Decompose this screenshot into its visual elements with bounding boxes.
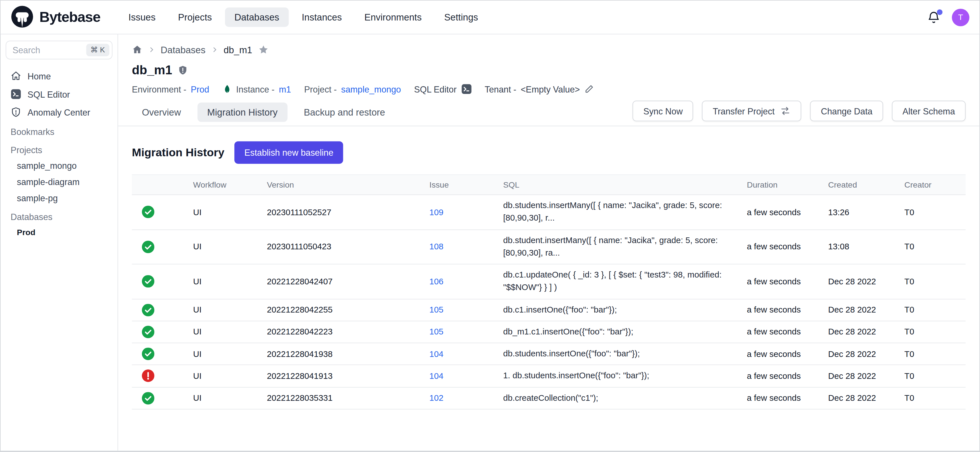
nav-item-settings[interactable]: Settings — [435, 7, 487, 27]
table-row[interactable]: UI20221228035331102db.createCollection("… — [132, 387, 966, 409]
sync-now-button[interactable]: Sync Now — [633, 101, 693, 121]
sidebar-item-prod[interactable]: Prod — [6, 225, 113, 240]
table-row[interactable]: UI20221228042407106db.c1.updateOne( { _i… — [132, 264, 966, 299]
sql-cell: db.student.insertMany([ { name: "Jacika"… — [497, 229, 741, 264]
nav-item-environments[interactable]: Environments — [355, 7, 431, 27]
tab-backup-and-restore[interactable]: Backup and restore — [294, 102, 395, 122]
sidebar: ⌘ K HomeSQL EditorAnomaly Center Bookmar… — [0, 34, 118, 451]
sidebar-item-sql-editor[interactable]: SQL Editor — [6, 85, 113, 103]
issue-link[interactable]: 105 — [430, 327, 444, 337]
star-icon[interactable] — [258, 45, 269, 55]
table-row[interactable]: UI202212280419131041. db.students.insert… — [132, 365, 966, 387]
notification-bell-icon[interactable] — [927, 10, 940, 24]
workflow-cell: UI — [187, 387, 261, 409]
issue-cell: 102 — [423, 387, 497, 409]
created-cell: Dec 28 2022 — [822, 343, 898, 365]
workflow-cell: UI — [187, 365, 261, 387]
table-row[interactable]: UI20230111050423108db.student.insertMany… — [132, 229, 966, 264]
column-header-Created: Created — [822, 175, 898, 195]
duration-cell: a few seconds — [741, 343, 822, 365]
sidebar-item-label: Anomaly Center — [28, 107, 91, 117]
table-row[interactable]: UI20221228041938104db.students.insertOne… — [132, 343, 966, 365]
creator-cell: T0 — [898, 387, 966, 409]
table-row[interactable]: UI20221228042223105db_m1.c1.insertOne({"… — [132, 321, 966, 343]
sidebar-item-anomaly-center[interactable]: Anomaly Center — [6, 103, 113, 121]
change-data-button[interactable]: Change Data — [810, 101, 883, 121]
migration-section-head: Migration History Establish new baseline — [132, 141, 966, 164]
nav-item-instances[interactable]: Instances — [292, 7, 351, 27]
transfer-project-button[interactable]: Transfer Project — [702, 101, 802, 121]
sql-cell: 1. db.students.insertOne({"foo": "bar"})… — [497, 365, 741, 387]
search-box: ⌘ K — [6, 41, 113, 59]
creator-cell: T0 — [898, 321, 966, 343]
duration-cell: a few seconds — [741, 195, 822, 229]
issue-link[interactable]: 106 — [430, 277, 444, 286]
notification-dot — [937, 9, 942, 15]
sidebar-item-home[interactable]: Home — [6, 67, 113, 85]
tab-migration-history[interactable]: Migration History — [197, 102, 288, 122]
search-input[interactable] — [13, 45, 86, 55]
version-cell: 20221228042407 — [261, 264, 423, 299]
created-cell: Dec 28 2022 — [822, 299, 898, 321]
sidebar-item-sample_mongo[interactable]: sample_mongo — [6, 157, 113, 174]
sql-cell: db.c1.insertOne({"foo": "bar"}); — [497, 299, 741, 321]
instance-link[interactable]: m1 — [279, 84, 291, 94]
status-cell — [132, 343, 187, 365]
sql-editor-icon[interactable] — [461, 84, 471, 94]
environment-link[interactable]: Prod — [191, 84, 209, 94]
workflow-cell: UI — [187, 299, 261, 321]
database-meta: Environment - Prod Instance - m1 Project… — [132, 84, 966, 94]
status-cell — [132, 365, 187, 387]
nav-item-issues[interactable]: Issues — [119, 7, 165, 27]
nav-item-databases[interactable]: Databases — [225, 7, 289, 27]
table-row[interactable]: UI20230111052527109db.students.insertMan… — [132, 195, 966, 229]
project-link[interactable]: sample_mongo — [341, 84, 401, 94]
bytebase-logo-icon — [11, 6, 33, 29]
nav-item-projects[interactable]: Projects — [169, 7, 221, 27]
button-label: Sync Now — [643, 106, 683, 116]
success-icon — [142, 304, 181, 316]
instance-label: Instance - — [236, 84, 274, 94]
environment-label: Environment - — [132, 84, 186, 94]
workflow-cell: UI — [187, 321, 261, 343]
pencil-icon[interactable] — [584, 85, 593, 94]
top-nav: Bytebase IssuesProjectsDatabasesInstance… — [0, 0, 980, 34]
app-window: Bytebase IssuesProjectsDatabasesInstance… — [0, 0, 980, 452]
issue-link[interactable]: 104 — [430, 349, 444, 359]
version-cell: 20221228041913 — [261, 365, 423, 387]
alter-schema-button[interactable]: Alter Schema — [892, 101, 966, 121]
creator-cell: T0 — [898, 365, 966, 387]
issue-cell: 104 — [423, 343, 497, 365]
page-title: db_m1 — [132, 63, 172, 78]
issue-link[interactable]: 102 — [430, 393, 444, 403]
establish-baseline-button[interactable]: Establish new baseline — [234, 141, 343, 164]
tab-overview[interactable]: Overview — [132, 102, 191, 122]
duration-cell: a few seconds — [741, 299, 822, 321]
home-icon[interactable] — [132, 45, 143, 55]
created-cell: 13:08 — [822, 229, 898, 264]
breadcrumb: Databases db_m1 — [132, 45, 966, 55]
success-icon — [142, 241, 181, 253]
avatar[interactable]: T — [952, 8, 969, 26]
main-content: Databases db_m1 db_m1 Sync NowTransfer P… — [118, 34, 979, 451]
table-row[interactable]: UI20221228042255105db.c1.insertOne({"foo… — [132, 299, 966, 321]
bytebase-logo[interactable]: Bytebase — [11, 6, 100, 29]
sidebar-item-sample-pg[interactable]: sample-pg — [6, 190, 113, 206]
workflow-cell: UI — [187, 195, 261, 229]
created-cell: Dec 28 2022 — [822, 321, 898, 343]
issue-link[interactable]: 109 — [430, 208, 444, 217]
created-cell: 13:26 — [822, 195, 898, 229]
issue-link[interactable]: 104 — [430, 371, 444, 380]
issue-cell: 105 — [423, 321, 497, 343]
status-cell — [132, 321, 187, 343]
sidebar-item-sample-diagram[interactable]: sample-diagram — [6, 174, 113, 190]
creator-cell: T0 — [898, 343, 966, 365]
column-header-Duration: Duration — [741, 175, 822, 195]
breadcrumb-databases[interactable]: Databases — [161, 45, 205, 55]
issue-link[interactable]: 105 — [430, 305, 444, 315]
project-label: Project - — [304, 84, 337, 94]
issue-link[interactable]: 108 — [430, 242, 444, 252]
button-label: Alter Schema — [902, 106, 955, 116]
success-icon — [142, 348, 181, 360]
breadcrumb-db-m1: db_m1 — [224, 45, 252, 55]
